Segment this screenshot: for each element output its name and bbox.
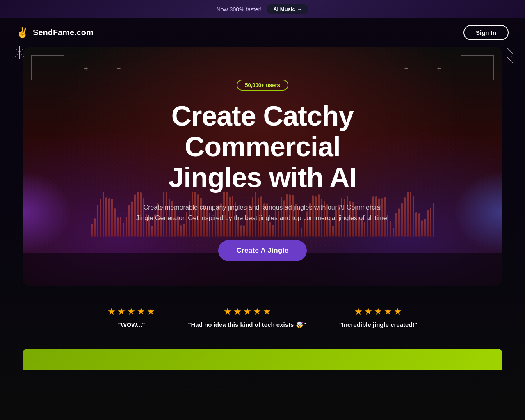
star: ★	[364, 306, 372, 317]
review-item-3: ★ ★ ★ ★ ★ "Incredible jingle created!"	[339, 306, 418, 329]
star: ★	[117, 306, 126, 317]
header: ✌️ SendFame.com Sign In	[0, 18, 525, 47]
review-text-1: "WOW..."	[107, 321, 155, 328]
star: ★	[233, 306, 242, 317]
stars-3: ★ ★ ★ ★ ★	[339, 306, 418, 317]
review-item-2: ★ ★ ★ ★ ★ "Had no idea this kind of tech…	[188, 306, 306, 329]
sign-in-button[interactable]: Sign In	[463, 25, 509, 40]
reviews-section: ★ ★ ★ ★ ★ "WOW..." ★ ★ ★ ★ ★ "Had no ide…	[23, 286, 502, 349]
hero-title-line2: Jingles with AI	[169, 162, 357, 193]
star: ★	[243, 306, 251, 317]
star: ★	[147, 306, 155, 317]
svg-line-6	[511, 55, 513, 57]
hero-subtitle: Create memorable company jingles and fam…	[135, 202, 390, 223]
star: ★	[127, 306, 135, 317]
create-jingle-button[interactable]: Create A Jingle	[218, 240, 306, 261]
svg-line-4	[507, 48, 513, 54]
review-text-3: "Incredible jingle created!"	[339, 321, 418, 328]
star: ★	[224, 306, 232, 317]
star: ★	[374, 306, 382, 317]
hero-title: Create Catchy Commercial Jingles with AI	[109, 100, 416, 192]
stars-2: ★ ★ ★ ★ ★	[188, 306, 306, 317]
logo-emoji: ✌️	[16, 27, 29, 39]
star: ★	[107, 306, 116, 317]
ai-music-button[interactable]: AI Music →	[267, 4, 308, 14]
users-badge: 50,000+ users	[237, 80, 288, 91]
review-text-2: "Had no idea this kind of tech exists 🤯"	[188, 321, 306, 329]
star: ★	[394, 306, 402, 317]
bottom-section-hint	[23, 349, 502, 370]
review-item-1: ★ ★ ★ ★ ★ "WOW..."	[107, 306, 155, 329]
svg-line-5	[507, 57, 513, 63]
announcement-text: Now 300% faster!	[217, 6, 262, 13]
hero-content: 50,000+ users Create Catchy Commercial J…	[23, 47, 502, 286]
announcement-bar: Now 300% faster! AI Music →	[0, 0, 525, 18]
hero-section: // Generate sound bars via JS after DOM …	[23, 47, 502, 286]
star: ★	[263, 306, 271, 317]
star: ★	[137, 306, 145, 317]
logo-text: SendFame.com	[33, 28, 94, 37]
star: ★	[253, 306, 261, 317]
stars-1: ★ ★ ★ ★ ★	[107, 306, 155, 317]
star: ★	[384, 306, 392, 317]
hero-title-line1: Create Catchy Commercial	[171, 100, 354, 162]
star: ★	[354, 306, 363, 317]
logo[interactable]: ✌️ SendFame.com	[16, 27, 94, 39]
